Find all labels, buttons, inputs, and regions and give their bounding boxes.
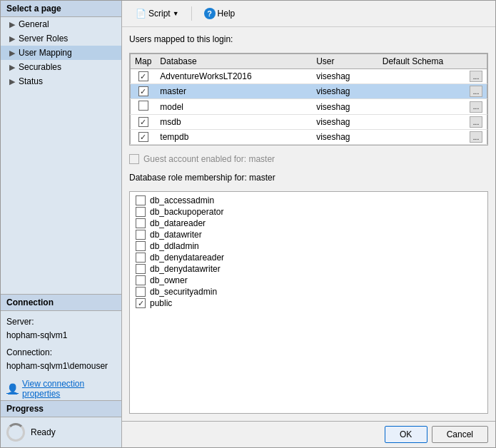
- view-connection-properties-link[interactable]: 👤 View connection properties: [1, 377, 121, 400]
- role-label-db_backupoperator: db_backupoperator: [150, 207, 223, 217]
- role-item[interactable]: db_datawriter: [133, 229, 485, 240]
- db-user-1: viseshag: [312, 69, 378, 84]
- sidebar-item-label: General: [19, 19, 49, 29]
- map-checkbox-3[interactable]: [138, 101, 148, 111]
- role-item[interactable]: db_owner: [133, 275, 485, 286]
- col-user: User: [312, 54, 378, 69]
- role-checkbox-db_denydatawriter[interactable]: [136, 264, 146, 274]
- role-checkbox-db_datawriter[interactable]: [136, 230, 146, 240]
- server-roles-icon: ▶: [9, 34, 15, 44]
- db-schema-4: ...: [378, 115, 487, 130]
- role-checkbox-db_ddladmin[interactable]: [136, 241, 146, 251]
- sidebar-item-label: Server Roles: [19, 34, 68, 44]
- role-checkbox-db_securityadmin[interactable]: [136, 287, 146, 297]
- role-label-db_denydatareader: db_denydatareader: [150, 253, 224, 263]
- help-button[interactable]: ? Help: [198, 5, 242, 22]
- dialog-footer: OK Cancel: [122, 421, 495, 447]
- guest-account-text: Guest account enabled for: master: [143, 154, 275, 164]
- sidebar-item-label: Securables: [19, 62, 61, 72]
- col-schema: Default Schema: [378, 54, 487, 69]
- role-membership-list: db_accessadmin db_backupoperator db_data…: [129, 191, 488, 414]
- db-name-2: master: [156, 84, 312, 99]
- role-item[interactable]: db_backupoperator: [133, 206, 485, 218]
- sidebar-item-user-mapping[interactable]: ▶ User Mapping: [1, 46, 121, 60]
- progress-section: Progress Ready: [1, 400, 121, 447]
- server-label: Server:: [6, 317, 34, 327]
- role-item[interactable]: db_denydatareader: [133, 252, 485, 263]
- role-checkbox-db_denydatareader[interactable]: [136, 253, 146, 263]
- cancel-button[interactable]: Cancel: [432, 426, 488, 443]
- role-checkbox-db_owner[interactable]: [136, 275, 146, 285]
- role-label-db_accessadmin: db_accessadmin: [150, 195, 214, 205]
- connection-info: Server: hopham-sqlvm1 Connection: hopham…: [1, 311, 121, 377]
- sidebar-item-server-roles[interactable]: ▶ Server Roles: [1, 31, 121, 46]
- schema-ellipsis-3[interactable]: ...: [470, 101, 482, 113]
- sidebar-item-general[interactable]: ▶ General: [1, 17, 121, 31]
- connection-title: Connection: [1, 295, 121, 311]
- role-item[interactable]: db_datareader: [133, 218, 485, 229]
- login-properties-dialog: Select a page ▶ General ▶ Server Roles ▶…: [0, 0, 496, 448]
- help-label: Help: [218, 9, 236, 19]
- role-label-db_owner: db_owner: [150, 275, 188, 285]
- table-row[interactable]: msdb viseshag ...: [131, 115, 487, 130]
- role-checkbox-public[interactable]: [136, 298, 146, 308]
- progress-status: Ready: [31, 427, 56, 437]
- guest-account: Guest account enabled for: master: [129, 151, 488, 167]
- map-checkbox-4[interactable]: [138, 117, 148, 127]
- db-schema-2: ...: [378, 84, 487, 99]
- connection-link-icon: 👤: [6, 383, 19, 394]
- sidebar-item-label: User Mapping: [19, 48, 72, 58]
- table-row[interactable]: master viseshag ...: [131, 84, 487, 99]
- toolbar-separator: [191, 6, 192, 21]
- sidebar-item-label: Status: [19, 76, 43, 86]
- role-label-db_denydatawriter: db_denydatawriter: [150, 264, 221, 274]
- guest-checkbox[interactable]: [129, 154, 139, 164]
- role-item[interactable]: public: [133, 297, 485, 309]
- role-label-db_securityadmin: db_securityadmin: [150, 287, 217, 297]
- role-checkbox-db_backupoperator[interactable]: [136, 207, 146, 217]
- schema-ellipsis-1[interactable]: ...: [470, 71, 482, 82]
- role-label-public: public: [150, 298, 172, 308]
- connection-label: Connection:: [6, 347, 52, 357]
- role-item[interactable]: db_securityadmin: [133, 286, 485, 297]
- db-user-2: viseshag: [312, 84, 378, 99]
- ok-button[interactable]: OK: [385, 426, 427, 443]
- role-item[interactable]: db_ddladmin: [133, 240, 485, 252]
- db-name-5: tempdb: [156, 130, 312, 145]
- role-checkbox-db_accessadmin[interactable]: [136, 195, 146, 205]
- table-row[interactable]: tempdb viseshag ...: [131, 130, 487, 145]
- table-row[interactable]: model viseshag ...: [131, 99, 487, 115]
- map-checkbox-5[interactable]: [138, 132, 148, 142]
- database-table-wrapper: Map Database User Default Schema Adventu…: [129, 53, 488, 146]
- database-table: Map Database User Default Schema Adventu…: [130, 54, 487, 145]
- script-button[interactable]: 📄 Script ▼: [129, 6, 186, 21]
- db-user-3: viseshag: [312, 99, 378, 115]
- schema-ellipsis-2[interactable]: ...: [470, 86, 482, 97]
- schema-ellipsis-5[interactable]: ...: [470, 131, 482, 143]
- role-item[interactable]: db_accessadmin: [133, 195, 485, 206]
- db-schema-5: ...: [378, 130, 487, 145]
- db-schema-3: ...: [378, 99, 487, 115]
- user-mapping-icon: ▶: [9, 49, 15, 58]
- progress-content: Ready: [1, 417, 121, 447]
- server-value: hopham-sqlvm1: [6, 330, 67, 340]
- sidebar-item-status[interactable]: ▶ Status: [1, 74, 121, 88]
- col-database: Database: [156, 54, 312, 69]
- nav-list: ▶ General ▶ Server Roles ▶ User Mapping …: [1, 17, 121, 88]
- role-label-db_datawriter: db_datawriter: [150, 230, 202, 240]
- script-dropdown-icon: ▼: [173, 10, 179, 17]
- help-icon: ?: [204, 8, 216, 19]
- table-row[interactable]: AdventureWorksLT2016 viseshag ...: [131, 69, 487, 84]
- role-checkbox-db_datareader[interactable]: [136, 218, 146, 228]
- role-item[interactable]: db_denydatawriter: [133, 263, 485, 275]
- db-name-1: AdventureWorksLT2016: [156, 69, 312, 84]
- map-checkbox-1[interactable]: [138, 71, 148, 81]
- map-checkbox-2[interactable]: [138, 86, 148, 96]
- schema-ellipsis-4[interactable]: ...: [470, 116, 482, 128]
- right-panel: 📄 Script ▼ ? Help Users mapped to this l…: [122, 1, 495, 447]
- connection-section: Connection Server: hopham-sqlvm1 Connect…: [1, 294, 121, 400]
- sidebar-item-securables[interactable]: ▶ Securables: [1, 60, 121, 74]
- server-label-text: Server: hopham-sqlvm1: [6, 315, 116, 342]
- connection-label-text: Connection: hopham-sqlvm1\demouser: [6, 346, 116, 373]
- progress-spinner: [6, 423, 25, 442]
